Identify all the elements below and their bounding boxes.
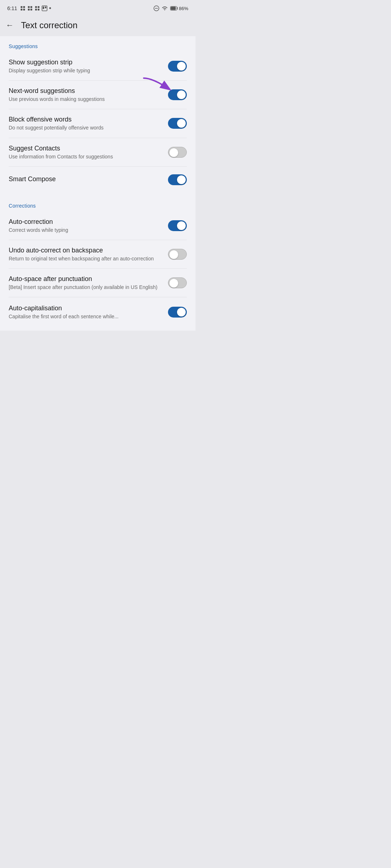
dot-indicator: • (49, 5, 51, 12)
wifi-icon (161, 5, 168, 11)
suggest-contacts-item[interactable]: Suggest Contacts Use information from Co… (0, 138, 196, 166)
svg-rect-13 (43, 7, 44, 9)
notification-icons: • (20, 5, 51, 12)
app-icon-1 (20, 5, 26, 11)
svg-rect-7 (30, 9, 32, 10)
show-suggestion-strip-subtitle: Display suggestion strip while typing (9, 67, 162, 74)
corrections-section-header: Corrections (0, 196, 196, 212)
auto-space-punctuation-item[interactable]: Auto-space after punctuation [Beta] Inse… (0, 269, 196, 297)
app-icon-2 (27, 5, 33, 11)
block-offensive-words-item[interactable]: Block offensive words Do not suggest pot… (0, 109, 196, 137)
svg-rect-9 (38, 6, 39, 8)
auto-space-punctuation-text: Auto-space after punctuation [Beta] Inse… (9, 275, 168, 290)
suggest-contacts-subtitle: Use information from Contacts for sugges… (9, 153, 162, 160)
svg-rect-8 (35, 6, 37, 8)
show-suggestion-strip-item[interactable]: Show suggestion strip Display suggestion… (0, 52, 196, 80)
show-suggestion-strip-text: Show suggestion strip Display suggestion… (9, 59, 168, 74)
page-title: Text correction (21, 20, 77, 30)
auto-capitalisation-text: Auto-capitalisation Capitalise the first… (9, 305, 168, 320)
status-indicators: 86% (154, 5, 188, 11)
next-word-suggestions-text: Next-word suggestions Use previous words… (9, 87, 168, 102)
next-word-suggestions-title: Next-word suggestions (9, 87, 162, 95)
show-suggestion-strip-title: Show suggestion strip (9, 59, 162, 66)
auto-capitalisation-toggle[interactable] (168, 307, 187, 318)
undo-auto-correct-subtitle: Return to original text when backspacing… (9, 255, 162, 262)
auto-space-punctuation-subtitle: [Beta] Insert space after punctuation (o… (9, 284, 162, 290)
svg-rect-1 (23, 6, 25, 8)
svg-rect-0 (21, 6, 22, 8)
block-offensive-words-subtitle: Do not suggest potentially offensive wor… (9, 124, 162, 131)
auto-capitalisation-subtitle: Capitalise the first word of each senten… (9, 313, 162, 320)
smart-compose-toggle[interactable] (168, 174, 187, 185)
auto-correction-toggle[interactable] (168, 220, 187, 231)
suggestions-section-header: Suggestions (0, 36, 196, 52)
next-word-suggestions-item[interactable]: Next-word suggestions Use previous words… (0, 81, 196, 109)
smart-compose-text: Smart Compose (9, 175, 168, 184)
auto-correction-item[interactable]: Auto-correction Correct words while typi… (0, 212, 196, 240)
svg-rect-6 (28, 9, 30, 10)
auto-space-punctuation-title: Auto-space after punctuation (9, 275, 162, 283)
auto-capitalisation-item[interactable]: Auto-capitalisation Capitalise the first… (0, 297, 196, 323)
block-offensive-words-title: Block offensive words (9, 116, 162, 123)
undo-auto-correct-text: Undo auto-correct on backspace Return to… (9, 247, 168, 262)
suggest-contacts-toggle[interactable] (168, 147, 187, 158)
auto-correction-title: Auto-correction (9, 218, 162, 226)
undo-auto-correct-item[interactable]: Undo auto-correct on backspace Return to… (0, 240, 196, 268)
auto-space-punctuation-toggle[interactable] (168, 277, 187, 288)
block-offensive-words-text: Block offensive words Do not suggest pot… (9, 116, 168, 131)
auto-correction-text: Auto-correction Correct words while typi… (9, 218, 168, 233)
settings-content: Suggestions Show suggestion strip Displa… (0, 36, 196, 331)
svg-rect-10 (35, 9, 37, 10)
smart-compose-title: Smart Compose (9, 175, 162, 183)
svg-rect-5 (30, 6, 32, 8)
page-header: ← Text correction (0, 16, 196, 36)
svg-rect-11 (38, 9, 39, 10)
next-word-suggestions-toggle[interactable] (168, 89, 187, 100)
undo-auto-correct-title: Undo auto-correct on backspace (9, 247, 162, 254)
next-word-suggestions-subtitle: Use previous words in making suggestions (9, 96, 162, 102)
status-bar: 6:11 (0, 0, 196, 16)
status-time: 6:11 (7, 5, 51, 12)
undo-auto-correct-toggle[interactable] (168, 249, 187, 260)
block-offensive-words-toggle[interactable] (168, 118, 187, 129)
battery-icon (170, 6, 178, 10)
auto-capitalisation-title: Auto-capitalisation (9, 305, 162, 312)
app-icon-4 (42, 5, 47, 11)
svg-rect-4 (28, 6, 30, 8)
svg-rect-18 (171, 7, 176, 10)
suggest-contacts-text: Suggest Contacts Use information from Co… (9, 145, 168, 160)
dnd-icon (154, 5, 159, 11)
auto-correction-subtitle: Correct words while typing (9, 227, 162, 233)
svg-rect-3 (23, 9, 25, 10)
svg-rect-2 (21, 9, 22, 10)
suggest-contacts-title: Suggest Contacts (9, 145, 162, 152)
time-display: 6:11 (7, 5, 17, 11)
svg-rect-14 (45, 7, 46, 8)
app-icon-3 (34, 5, 40, 11)
back-button[interactable]: ← (6, 21, 14, 30)
battery-indicator: 86% (170, 6, 188, 11)
battery-text: 86% (179, 6, 188, 11)
smart-compose-item[interactable]: Smart Compose (0, 167, 196, 193)
show-suggestion-strip-toggle[interactable] (168, 61, 187, 72)
